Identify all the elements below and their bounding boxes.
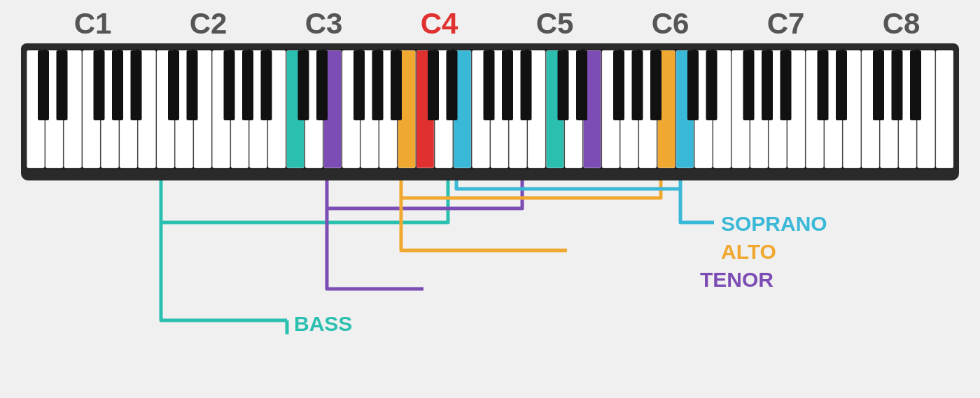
tenor-label: TENOR: [700, 268, 774, 291]
brackets-svg: SOPRANO ALTO TENOR BASS: [21, 180, 959, 355]
svg-rect-51: [936, 50, 953, 168]
svg-rect-80: [762, 50, 773, 120]
svg-rect-60: [242, 50, 253, 120]
svg-rect-55: [112, 50, 123, 120]
svg-rect-54: [94, 50, 105, 120]
brackets-area: SOPRANO ALTO TENOR BASS: [21, 180, 959, 355]
svg-rect-62: [298, 50, 309, 120]
bass-label: BASS: [294, 312, 352, 335]
octave-label-c3: C3: [266, 7, 382, 41]
svg-rect-70: [502, 50, 513, 120]
svg-rect-82: [818, 50, 829, 120]
svg-rect-58: [187, 50, 198, 120]
svg-rect-73: [576, 50, 587, 120]
svg-rect-56: [131, 50, 142, 120]
soprano-label: SOPRANO: [721, 212, 827, 235]
svg-rect-69: [484, 50, 495, 120]
svg-rect-59: [224, 50, 235, 120]
octave-label-c5: C5: [497, 7, 612, 41]
svg-rect-66: [391, 50, 402, 120]
main-container: C1 C2 C3 C4 C5 C6 C7 C8 // This won't ex…: [0, 0, 980, 398]
svg-rect-79: [743, 50, 755, 120]
piano-svg: // This won't execute in SVG - we handle…: [27, 49, 953, 169]
svg-rect-85: [892, 50, 903, 120]
octave-label-c8: C8: [844, 7, 959, 41]
svg-rect-53: [57, 50, 68, 120]
svg-rect-76: [650, 50, 662, 120]
octave-labels: C1 C2 C3 C4 C5 C6 C7 C8: [35, 0, 959, 41]
octave-label-c4: C4: [382, 7, 497, 41]
svg-rect-74: [613, 50, 624, 120]
svg-rect-81: [780, 50, 792, 120]
svg-rect-57: [168, 50, 179, 120]
octave-label-c7: C7: [728, 7, 844, 41]
piano-keyboard: // This won't execute in SVG - we handle…: [21, 43, 959, 180]
svg-rect-86: [910, 50, 921, 120]
svg-rect-67: [428, 50, 439, 120]
svg-rect-52: [38, 50, 49, 120]
octave-label-c1: C1: [35, 7, 150, 41]
svg-rect-84: [873, 50, 884, 120]
svg-rect-63: [316, 50, 328, 120]
alto-label: ALTO: [721, 240, 776, 263]
svg-rect-61: [261, 50, 272, 120]
svg-rect-78: [706, 50, 718, 120]
svg-rect-72: [558, 50, 569, 120]
svg-rect-83: [836, 50, 847, 120]
svg-rect-75: [632, 50, 643, 120]
svg-rect-64: [354, 50, 365, 120]
svg-rect-65: [372, 50, 384, 120]
svg-rect-68: [447, 50, 458, 120]
svg-rect-77: [687, 50, 699, 120]
svg-rect-71: [521, 50, 532, 120]
octave-label-c6: C6: [612, 7, 728, 41]
octave-label-c2: C2: [150, 7, 266, 41]
